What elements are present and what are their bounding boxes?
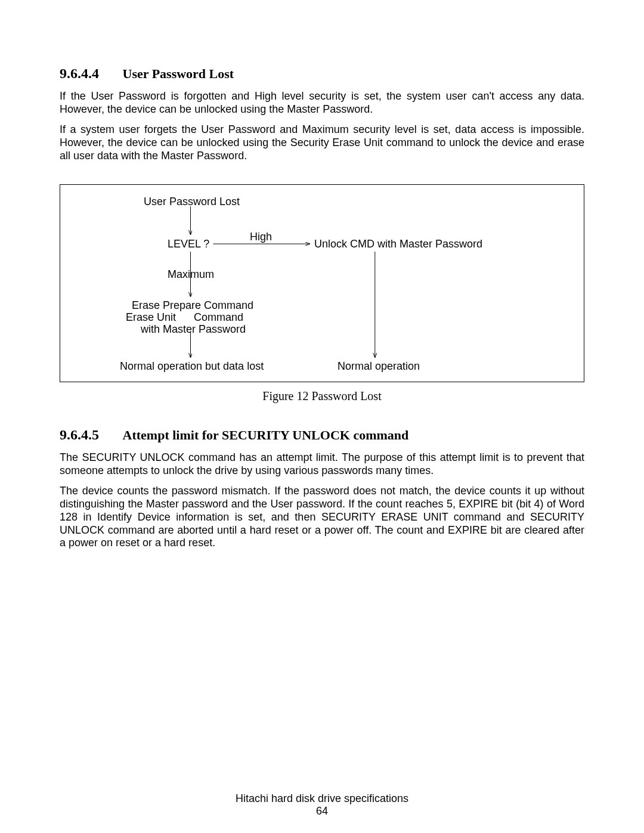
section-heading-2: 9.6.4.5 Attempt limit for SECURITY UNLOC… xyxy=(60,427,584,443)
section-number-1: 9.6.4.4 xyxy=(60,66,119,82)
section1-para1: If the User Password is forgotten and Hi… xyxy=(60,90,584,116)
fig-label-level: LEVEL ? xyxy=(168,238,209,250)
fig-label-max: Maximum xyxy=(168,268,214,281)
page-footer: Hitachi hard disk drive specifications 6… xyxy=(0,792,644,817)
footer-title: Hitachi hard disk drive specifications xyxy=(0,792,644,805)
fig-label-erase2: Erase Unit Command xyxy=(126,311,243,324)
footer-page-number: 64 xyxy=(0,805,644,817)
section-heading-1: 9.6.4.4 User Password Lost xyxy=(60,66,584,82)
section1-para2: If a system user forgets the User Passwo… xyxy=(60,123,584,163)
section2-para1: The SECURITY UNLOCK command has an attem… xyxy=(60,451,584,478)
section-title-2: Attempt limit for SECURITY UNLOCK comman… xyxy=(123,428,409,442)
section2-para2: The device counts the password mismatch.… xyxy=(60,485,584,550)
figure-box: User Password Lost LEVEL ? High Unlock C… xyxy=(60,184,584,382)
section-number-2: 9.6.4.5 xyxy=(60,427,119,443)
fig-label-unlock: Unlock CMD with Master Password xyxy=(314,238,482,250)
section-title-1: User Password Lost xyxy=(123,66,234,81)
fig-label-right-end: Normal operation xyxy=(338,360,420,373)
fig-label-left-end: Normal operation but data lost xyxy=(120,360,264,373)
fig-label-top: User Password Lost xyxy=(144,196,240,208)
content-area: 9.6.4.4 User Password Lost If the User P… xyxy=(60,66,584,557)
fig-label-erase1: Erase Prepare Command xyxy=(132,299,253,312)
fig-label-high: High xyxy=(250,231,272,243)
fig-label-erase3: with Master Password xyxy=(141,323,246,336)
figure-caption: Figure 12 Password Lost xyxy=(60,389,584,403)
figure-arrows xyxy=(60,185,584,382)
page: 9.6.4.4 User Password Lost If the User P… xyxy=(0,0,644,833)
